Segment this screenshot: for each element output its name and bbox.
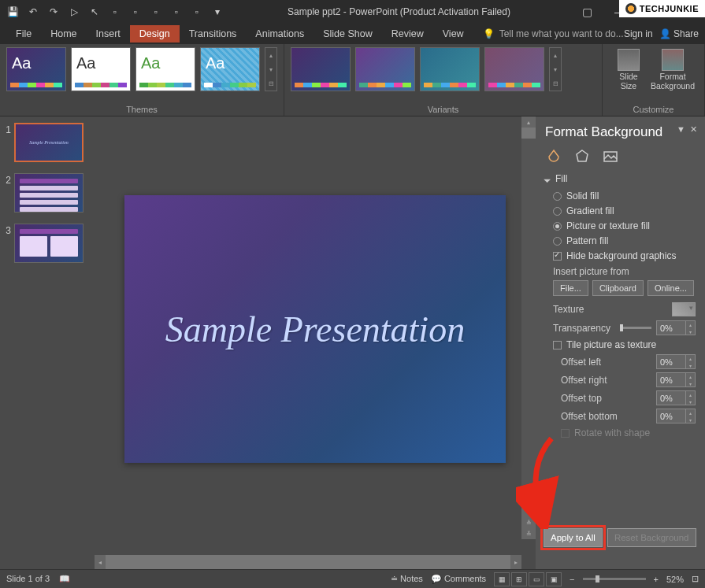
rotate-with-shape-checkbox: Rotate with shape <box>561 427 696 438</box>
reading-view-icon[interactable]: ▭ <box>529 572 544 586</box>
scroll-left-icon[interactable]: ◂ <box>95 555 106 569</box>
scroll-thumb[interactable] <box>521 128 536 139</box>
workspace: 1 2 3 Sample Presentation ▴ ▾ ≜ <box>0 116 705 569</box>
pattern-fill-radio[interactable]: Pattern fill <box>553 235 696 246</box>
slide-size-button[interactable]: Slide Size <box>609 47 648 92</box>
offset-bottom-spinner[interactable]: 0%▴▾ <box>656 409 696 423</box>
slide-thumbnail-panel[interactable]: 1 2 3 <box>0 116 95 569</box>
theme-option[interactable]: Aa <box>135 47 195 91</box>
variant-option[interactable] <box>291 47 351 91</box>
zoom-out-icon[interactable]: − <box>570 575 574 584</box>
scroll-down-icon[interactable]: ▾ <box>521 506 536 517</box>
format-background-button[interactable]: Format Background <box>653 47 692 92</box>
slide-number: 3 <box>3 224 14 263</box>
vertical-scrollbar[interactable]: ▴ ▾ ≜ ≚ <box>521 116 536 539</box>
tab-review[interactable]: Review <box>382 25 433 43</box>
scroll-thumb[interactable] <box>106 555 510 569</box>
transparency-slider[interactable] <box>620 327 651 329</box>
normal-view-icon[interactable]: ▦ <box>494 572 510 586</box>
tab-file[interactable]: File <box>6 25 41 43</box>
comments-button[interactable]: 💬 Comments <box>431 574 486 584</box>
sign-in-link[interactable]: Sign in <box>624 28 653 39</box>
theme-option[interactable]: Aa <box>71 47 131 91</box>
scroll-up-icon[interactable]: ▴ <box>521 116 536 128</box>
tab-insert[interactable]: Insert <box>87 25 130 43</box>
fill-section-header[interactable]: Fill <box>545 173 696 184</box>
fit-to-window-icon[interactable]: ⊡ <box>692 574 699 584</box>
sorter-view-icon[interactable]: ⊞ <box>511 572 527 586</box>
gradient-fill-radio[interactable]: Gradient fill <box>553 205 696 216</box>
undo-icon[interactable]: ↶ <box>24 2 43 21</box>
reset-background-button[interactable]: Reset Background <box>607 528 696 547</box>
variant-option[interactable] <box>420 47 480 91</box>
qat-icon[interactable]: ▫ <box>167 2 186 21</box>
save-icon[interactable]: 💾 <box>3 2 22 21</box>
theme-option[interactable]: Aa <box>200 47 260 91</box>
themes-gallery-expand[interactable]: ▴▾⊟ <box>265 47 277 91</box>
redo-icon[interactable]: ↷ <box>44 2 63 21</box>
offset-top-label: Offset top <box>561 393 656 404</box>
slide-counter[interactable]: Slide 1 of 3 <box>6 574 50 584</box>
spell-check-icon[interactable]: 📖 <box>59 574 70 584</box>
pointer-icon[interactable]: ↖ <box>85 2 104 21</box>
tab-design[interactable]: Design <box>130 25 180 43</box>
qat-icon[interactable]: ▫ <box>126 2 145 21</box>
format-background-icon <box>662 49 684 71</box>
share-button[interactable]: 👤 Share <box>659 28 699 39</box>
offset-right-spinner[interactable]: 0%▴▾ <box>656 372 696 387</box>
variants-gallery-expand[interactable]: ▴▾⊟ <box>549 47 562 91</box>
zoom-slider[interactable] <box>583 578 646 580</box>
solid-fill-radio[interactable]: Solid fill <box>553 190 696 202</box>
clipboard-button[interactable]: Clipboard <box>592 280 644 296</box>
apply-to-all-button[interactable]: Apply to All <box>544 528 603 547</box>
picture-tab-icon[interactable] <box>602 148 619 165</box>
zoom-in-icon[interactable]: + <box>654 575 659 584</box>
notes-button[interactable]: ≐ Notes <box>391 574 423 584</box>
picture-fill-radio[interactable]: Picture or texture fill <box>553 220 696 231</box>
transparency-spinner[interactable]: 0%▴▾ <box>656 320 696 335</box>
tell-me-search[interactable]: 💡 Tell me what you want to do... <box>473 28 624 39</box>
offset-left-spinner[interactable]: 0%▴▾ <box>656 354 696 369</box>
tab-view[interactable]: View <box>433 25 473 43</box>
effects-tab-icon[interactable] <box>573 148 591 165</box>
tab-slideshow[interactable]: Slide Show <box>314 25 382 43</box>
variant-option[interactable] <box>484 47 544 91</box>
tab-transitions[interactable]: Transitions <box>180 25 247 43</box>
slide-thumbnail[interactable] <box>14 173 83 213</box>
scroll-right-icon[interactable]: ▸ <box>510 555 521 569</box>
prev-slide-icon[interactable]: ≜ <box>521 517 536 528</box>
horizontal-scrollbar[interactable]: ◂ ▸ <box>95 555 521 569</box>
slide-thumbnail[interactable] <box>14 123 83 162</box>
zoom-level[interactable]: 52% <box>666 575 684 584</box>
title-bar: 💾 ↶ ↷ ▷ ↖ ▫ ▫ ▫ ▫ ▫ ▾ Sample ppt2 - Powe… <box>0 0 705 24</box>
slide-title-text[interactable]: Sample Presentation <box>165 309 465 350</box>
fill-tab-icon[interactable] <box>545 148 562 165</box>
qat-icon[interactable]: ▫ <box>147 2 165 21</box>
qat-icon[interactable]: ▫ <box>106 2 124 21</box>
theme-option[interactable]: Aa <box>6 47 66 91</box>
online-button[interactable]: Online... <box>647 280 694 296</box>
next-slide-icon[interactable]: ≚ <box>521 528 536 539</box>
window-title: Sample ppt2 - PowerPoint (Product Activa… <box>227 6 571 17</box>
slideshow-view-icon[interactable]: ▣ <box>546 572 562 586</box>
slide-thumbnail[interactable] <box>14 224 83 263</box>
hide-bg-graphics-checkbox[interactable]: Hide background graphics <box>553 250 696 261</box>
ribbon-options-icon[interactable]: ▢ <box>571 1 603 23</box>
menu-bar: File Home Insert Design Transitions Anim… <box>0 24 705 44</box>
offset-top-spinner[interactable]: 0%▴▾ <box>656 390 696 405</box>
offset-bottom-label: Offset bottom <box>561 411 656 422</box>
variant-option[interactable] <box>355 47 415 91</box>
pane-options-icon[interactable]: ▼ <box>677 124 685 135</box>
tab-animations[interactable]: Animations <box>246 25 314 43</box>
slide-size-icon <box>618 49 640 71</box>
qat-customize-icon[interactable]: ▾ <box>208 2 227 21</box>
tile-picture-checkbox[interactable]: Tile picture as texture <box>553 339 696 350</box>
texture-label: Texture <box>553 304 667 315</box>
slide-canvas[interactable]: Sample Presentation <box>124 195 506 463</box>
tab-home[interactable]: Home <box>41 25 86 43</box>
start-from-beginning-icon[interactable]: ▷ <box>65 2 83 21</box>
texture-picker[interactable] <box>672 302 696 316</box>
file-button[interactable]: File... <box>553 280 588 296</box>
pane-close-icon[interactable]: ✕ <box>690 124 697 135</box>
qat-icon[interactable]: ▫ <box>187 2 206 21</box>
